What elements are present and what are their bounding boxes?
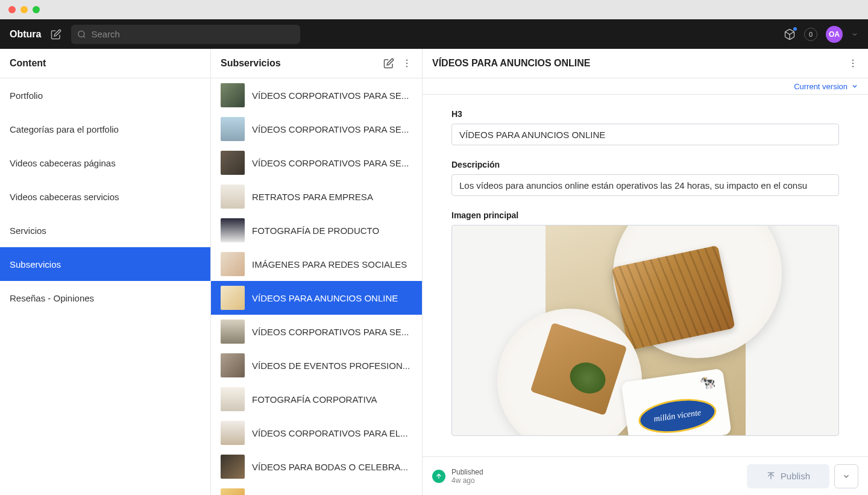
h3-input[interactable] [451, 124, 839, 145]
entry-item[interactable]: RETRATOS PARA EMPRESA [211, 180, 422, 213]
version-selector[interactable]: Current version [794, 82, 858, 91]
compose-icon[interactable] [51, 29, 61, 40]
entry-label: VÍDEOS CORPORATIVOS PARA SE... [252, 90, 412, 101]
entry-thumbnail [221, 151, 245, 175]
entries-header: Subservicios [211, 49, 422, 78]
search-input[interactable] [91, 29, 294, 39]
entry-label: VÍDEOS CORPORATIVOS PARA SE... [252, 158, 412, 168]
entries-list: VÍDEOS CORPORATIVOS PARA SE...VÍDEOS COR… [211, 78, 422, 495]
entry-label: FOTOGRAFÍA CORPORATIVA [252, 394, 412, 405]
publish-more-button[interactable] [834, 464, 858, 488]
entry-item[interactable]: VÍDEOS PARA BODAS O CELEBRA... [211, 450, 422, 484]
detail-panel: VÍDEOS PARA ANUNCIOS ONLINE Current vers… [423, 49, 868, 495]
svg-point-3 [406, 60, 407, 61]
chevron-down-icon [842, 472, 851, 481]
more-vertical-icon[interactable] [848, 58, 858, 69]
entry-label: VÍDEOS DE EVENTOS PROFESION... [252, 361, 412, 371]
search-icon [77, 30, 86, 39]
entry-thumbnail [221, 488, 245, 495]
entry-thumbnail [221, 387, 245, 411]
entry-label: VÍDEOS PARA ANUNCIOS ONLINE [252, 293, 412, 303]
entry-item[interactable]: VÍDEOS DE EVENTOS PROFESION... [211, 348, 422, 382]
entry-item[interactable]: VÍDEOS CORPORATIVOS PARA SE... [211, 78, 422, 112]
window-maximize-button[interactable] [33, 6, 40, 13]
entry-label: VÍDEOS CORPORATIVOS PARA SE... [252, 124, 412, 134]
svg-point-7 [852, 63, 854, 64]
entry-item[interactable]: FOTOGRAFÍA CORPORATIVA [211, 382, 422, 416]
entries-header-title: Subservicios [221, 58, 281, 69]
field-label-h3: H3 [451, 109, 839, 119]
chevron-down-icon[interactable] [851, 31, 858, 38]
svg-point-5 [406, 66, 407, 67]
search-box[interactable] [71, 25, 300, 44]
count-badge[interactable]: 0 [804, 28, 817, 41]
entry-label: RETRATOS PARA EMPRESA [252, 192, 412, 202]
more-vertical-icon[interactable] [401, 58, 412, 69]
entry-item[interactable]: FOTOGRAFÍA DE PRODUCTO [211, 213, 422, 247]
edit-icon[interactable] [383, 58, 394, 69]
entry-item[interactable]: VÍDEOS CORPORATIVOS PARA SE... [211, 112, 422, 146]
svg-point-8 [852, 66, 854, 67]
entries-panel: Subservicios VÍDEOS CORPORATIVOS PARA SE… [211, 49, 423, 495]
entry-label: VÍDEOS CORPORATIVOS PARA EL... [252, 428, 412, 438]
chevron-down-icon [851, 83, 858, 90]
svg-point-0 [78, 31, 84, 37]
entry-item[interactable]: IMÁGENES PARA REDES SOCIALES [211, 247, 422, 281]
field-label-descripcion: Descripción [451, 160, 839, 169]
sidebar-item[interactable]: Reseñas - Opiniones [0, 281, 210, 315]
window-titlebar [0, 0, 868, 19]
upload-icon [766, 471, 776, 481]
sidebar-item[interactable]: Portfolio [0, 78, 210, 112]
content-type-sidebar: Content PortfolioCategorías para el port… [0, 49, 211, 495]
detail-footer: Published 4w ago Publish [423, 456, 868, 495]
sidebar-item[interactable]: Categorías para el portfolio [0, 112, 210, 146]
entry-thumbnail [221, 83, 245, 107]
entry-thumbnail [221, 252, 245, 276]
app-logo: Obtura [10, 29, 41, 40]
descripcion-input[interactable] [451, 174, 839, 196]
entry-thumbnail [221, 218, 245, 242]
entry-label: VÍDEOS PARA BODAS O CELEBRA... [252, 462, 412, 472]
user-avatar[interactable]: OA [826, 26, 843, 43]
image-preview[interactable]: 🐄 millán vicente [451, 225, 839, 436]
entry-item[interactable]: VÍDEOS CORPORATIVOS PARA SE... [211, 484, 422, 495]
entry-item[interactable]: VÍDEOS CORPORATIVOS PARA SE... [211, 315, 422, 348]
field-label-imagen: Imagen principal [451, 210, 839, 220]
window-close-button[interactable] [8, 6, 16, 13]
entry-thumbnail [221, 320, 245, 344]
entry-item[interactable]: VÍDEOS PARA ANUNCIOS ONLINE [211, 281, 422, 315]
sidebar-item[interactable]: Servicios [0, 213, 210, 247]
entry-thumbnail [221, 353, 245, 377]
package-icon[interactable] [784, 28, 796, 40]
entry-label: IMÁGENES PARA REDES SOCIALES [252, 259, 412, 270]
entry-thumbnail [221, 117, 245, 141]
entry-thumbnail [221, 286, 245, 310]
detail-header: VÍDEOS PARA ANUNCIOS ONLINE [423, 49, 868, 78]
entry-thumbnail [221, 455, 245, 479]
detail-title: VÍDEOS PARA ANUNCIOS ONLINE [432, 58, 591, 69]
sidebar-item[interactable]: Videos cabeceras páginas [0, 146, 210, 180]
entry-label: VÍDEOS CORPORATIVOS PARA SE... [252, 327, 412, 337]
svg-line-1 [84, 36, 86, 37]
sidebar-item[interactable]: Videos cabeceras servicios [0, 180, 210, 213]
brand-logo-text: millán vicente [636, 394, 718, 436]
entry-thumbnail [221, 421, 245, 445]
status-icon [432, 470, 445, 483]
svg-point-4 [406, 63, 407, 64]
entry-thumbnail [221, 184, 245, 209]
notification-dot [793, 27, 797, 31]
status-label: Published [451, 468, 483, 476]
entry-item[interactable]: VÍDEOS CORPORATIVOS PARA EL... [211, 416, 422, 450]
entry-label: FOTOGRAFÍA DE PRODUCTO [252, 225, 412, 236]
sidebar-item[interactable]: Subservicios [0, 247, 210, 281]
window-minimize-button[interactable] [20, 6, 28, 13]
sidebar-list: PortfolioCategorías para el portfolioVid… [0, 78, 210, 495]
entry-item[interactable]: VÍDEOS CORPORATIVOS PARA SE... [211, 146, 422, 180]
publish-button-label: Publish [781, 471, 810, 481]
status-time: 4w ago [451, 476, 483, 485]
version-label: Current version [794, 82, 848, 91]
publish-button[interactable]: Publish [747, 464, 829, 488]
detail-form: H3 Descripción Imagen principal [423, 95, 868, 456]
sidebar-header: Content [0, 49, 210, 78]
svg-point-6 [852, 60, 854, 61]
